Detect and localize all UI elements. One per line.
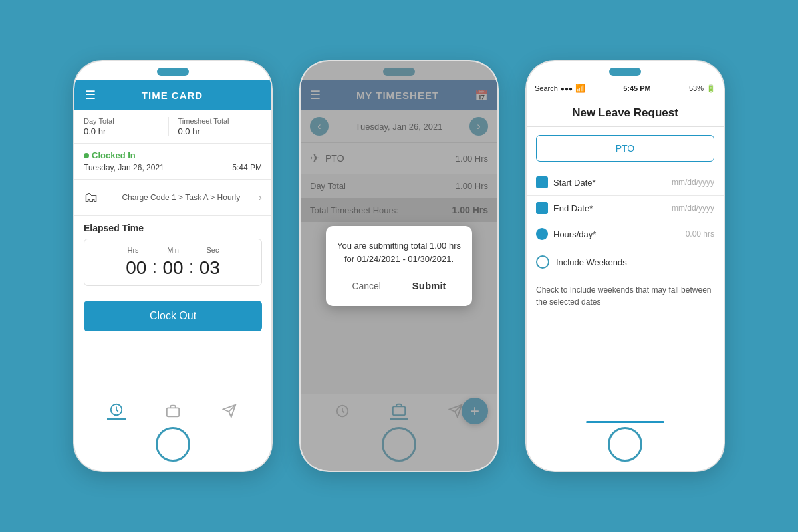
end-date-label: End Date*: [553, 203, 666, 213]
phone-2-screen: ☰ MY TIMESHEET 📅 ‹ Tuesday, Jan 26, 2021…: [301, 80, 497, 394]
phone-1-screen: ☰ TIME CARD Day Total 0.0 hr Timesheet T…: [74, 80, 271, 394]
timesheet-total-label: Timesheet Total: [178, 117, 263, 125]
phone-1: ☰ TIME CARD Day Total 0.0 hr Timesheet T…: [73, 60, 273, 472]
colon-1: :: [152, 257, 157, 277]
totals-row: Day Total 0.0 hr Timesheet Total 0.0 hr: [74, 110, 271, 144]
leave-body: New Leave Request PTO Start Date* mm/dd/…: [527, 97, 724, 416]
weekends-description: Check to Include weekends that may fall …: [527, 277, 724, 315]
timer-digits: 00 : 00 : 03: [123, 257, 223, 279]
charge-code-text: Charge Code 1 > Task A > Hourly: [104, 193, 259, 202]
nav-send-icon[interactable]: [220, 402, 239, 420]
calendar-start-icon: [536, 176, 548, 188]
elapsed-section: Elapsed Time Hrs Min Sec 00 : 00 : 03: [74, 216, 271, 293]
status-time: 5:45 PM: [623, 84, 651, 92]
dialog-submit-button[interactable]: Submit: [402, 276, 457, 295]
status-left: Search ●●● 📶: [535, 84, 585, 93]
wifi-icon: 📶: [575, 84, 585, 93]
phone-3-bottom: [527, 416, 724, 471]
nav-timecard-icon[interactable]: [107, 402, 126, 420]
elapsed-title: Elapsed Time: [84, 223, 262, 233]
dialog-actions: Cancel Submit: [336, 276, 462, 295]
end-date-input[interactable]: mm/dd/yyyy: [672, 203, 714, 213]
timer-sec: 03: [196, 257, 223, 279]
timecard-body: Day Total 0.0 hr Timesheet Total 0.0 hr …: [74, 110, 271, 394]
day-total-cell: Day Total 0.0 hr: [84, 117, 168, 136]
phone-1-bottom: [74, 394, 271, 471]
colon-2: :: [189, 257, 194, 277]
phone-3-screen: Search ●●● 📶 5:45 PM 53% 🔋 New Leave Req…: [527, 80, 724, 416]
clocked-in-time: Tuesday, Jan 26, 2021 5:44 PM: [84, 163, 262, 172]
include-weekends-row[interactable]: Include Weekends: [527, 247, 724, 277]
search-signal-text: Search: [535, 84, 558, 92]
phone-1-speaker: [157, 68, 189, 76]
bottom-divider: [586, 421, 664, 423]
phone-3: Search ●●● 📶 5:45 PM 53% 🔋 New Leave Req…: [525, 60, 725, 472]
clocked-in-section: Clocked In Tuesday, Jan 26, 2021 5:44 PM: [74, 144, 271, 180]
charge-code-row[interactable]: 🗂 Charge Code 1 > Task A > Hourly ›: [74, 180, 271, 216]
phone-3-home-button[interactable]: [608, 427, 642, 462]
min-label: Min: [160, 246, 186, 254]
phone-1-top: [74, 61, 271, 80]
end-date-row: End Date* mm/dd/yyyy: [527, 196, 724, 221]
clocked-in-clock: 5:44 PM: [232, 163, 262, 172]
phone-3-speaker: [609, 68, 641, 76]
nav-briefcase-icon[interactable]: [164, 402, 182, 420]
green-dot: [84, 153, 89, 158]
phone-2: ☰ MY TIMESHEET 📅 ‹ Tuesday, Jan 26, 2021…: [299, 60, 499, 472]
weekends-label: Include Weekends: [556, 257, 627, 267]
hours-day-value[interactable]: 0.00 hrs: [686, 229, 714, 239]
phone-3-top: [527, 61, 724, 80]
status-right: 53% 🔋: [689, 84, 716, 93]
menu-icon[interactable]: ☰: [85, 88, 96, 102]
timer-hrs: 00: [123, 257, 150, 279]
status-bar: Search ●●● 📶 5:45 PM 53% 🔋: [527, 80, 724, 97]
dialog-overlay: You are submitting total 1.00 hrs for 01…: [301, 80, 497, 394]
dialog-cancel-button[interactable]: Cancel: [341, 276, 392, 295]
sec-label: Sec: [200, 246, 226, 254]
clock-out-button[interactable]: Clock Out: [84, 301, 262, 331]
start-date-row: Start Date* mm/dd/yyyy: [527, 170, 724, 196]
start-date-input[interactable]: mm/dd/yyyy: [672, 178, 714, 187]
clocked-in-date: Tuesday, Jan 26, 2021: [84, 163, 164, 172]
timer-box: Hrs Min Sec 00 : 00 : 03: [84, 239, 262, 286]
battery-icon: 🔋: [706, 84, 716, 93]
dialog-box: You are submitting total 1.00 hrs for 01…: [326, 226, 472, 306]
start-date-label: Start Date*: [553, 178, 666, 188]
hours-day-label: Hours/day*: [553, 229, 680, 239]
battery-text: 53%: [689, 84, 704, 92]
clocked-in-label: Clocked In: [84, 150, 262, 160]
day-total-label: Day Total: [84, 117, 168, 125]
header-bar: ☰ TIME CARD: [74, 80, 271, 110]
timesheet-total-cell: Timesheet Total 0.0 hr: [168, 117, 263, 136]
leave-type-value: PTO: [616, 143, 635, 154]
day-total-value: 0.0 hr: [84, 126, 168, 136]
info-circle-icon: [536, 228, 548, 240]
chevron-right-icon: ›: [259, 192, 262, 203]
signal-bars: ●●●: [561, 85, 573, 92]
calendar-end-icon: [536, 202, 548, 214]
svg-rect-1: [167, 408, 179, 416]
phone-1-nav-bar: [74, 399, 271, 424]
phone-1-home-button[interactable]: [156, 427, 190, 462]
dialog-message: You are submitting total 1.00 hrs for 01…: [336, 239, 462, 265]
leave-request-title: New Leave Request: [527, 97, 724, 127]
timesheet-total-value: 0.0 hr: [178, 126, 263, 136]
timer-labels: Hrs Min Sec: [120, 246, 226, 254]
briefcase-icon: 🗂: [84, 189, 98, 206]
weekends-radio-button[interactable]: [536, 255, 549, 269]
hrs-label: Hrs: [120, 246, 146, 254]
leave-type-box[interactable]: PTO: [536, 135, 714, 162]
hours-day-row: Hours/day* 0.00 hrs: [527, 221, 724, 247]
timer-min: 00: [160, 257, 186, 279]
header-title: TIME CARD: [101, 90, 243, 101]
